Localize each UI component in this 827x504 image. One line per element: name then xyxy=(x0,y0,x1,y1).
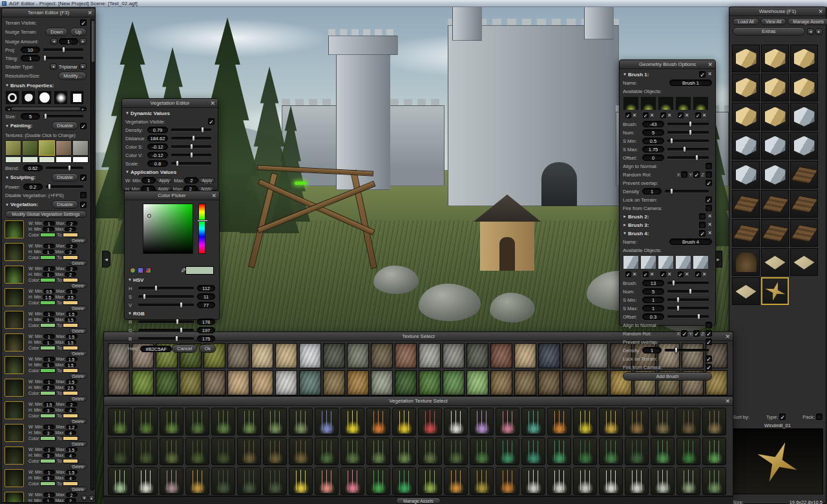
slider-handle[interactable] xyxy=(190,152,193,158)
brush-object-thumb[interactable] xyxy=(675,96,691,110)
fire-checkbox[interactable] xyxy=(706,205,712,211)
color-from-swatch[interactable] xyxy=(40,300,56,305)
paint-light-swatch[interactable] xyxy=(5,156,21,163)
palette-mix-icon[interactable] xyxy=(145,268,151,273)
paint-light-swatch[interactable] xyxy=(22,156,38,163)
vegetation-tile[interactable] xyxy=(211,437,235,465)
include-checkbox[interactable]: ✓ xyxy=(660,271,666,277)
texture-tile[interactable] xyxy=(443,370,465,395)
blend-slider[interactable] xyxy=(46,167,83,169)
delete-button[interactable]: Delete xyxy=(69,328,87,333)
texture-tile[interactable] xyxy=(490,370,512,395)
value-field[interactable]: 5 xyxy=(642,288,664,295)
slider[interactable] xyxy=(171,129,211,131)
slider-handle[interactable] xyxy=(68,165,71,171)
texture-tile[interactable] xyxy=(395,343,417,368)
vegetation-tile[interactable] xyxy=(340,467,364,495)
warehouse-item[interactable] xyxy=(732,74,760,101)
warehouse-item[interactable] xyxy=(790,190,818,218)
vegetation-tile[interactable] xyxy=(263,437,287,465)
slider-handle[interactable] xyxy=(176,319,179,325)
slider-handle[interactable] xyxy=(683,146,686,152)
value-field[interactable]: 1 xyxy=(43,272,54,277)
texture-tile[interactable] xyxy=(323,370,345,395)
vegetation-tile[interactable] xyxy=(418,467,442,495)
delete-button[interactable]: Delete xyxy=(69,238,87,243)
vegetation-tile[interactable] xyxy=(547,437,571,465)
value-field[interactable]: 178 xyxy=(197,319,215,325)
paint-light-swatch[interactable] xyxy=(39,156,55,163)
include-checkbox[interactable]: ✓ xyxy=(678,112,684,118)
increment-arrow[interactable]: ► xyxy=(79,38,87,45)
value-field[interactable]: 0 xyxy=(642,154,664,161)
painting-checkbox[interactable]: ✓ xyxy=(80,123,87,129)
slider[interactable] xyxy=(138,320,194,323)
color-from-swatch[interactable] xyxy=(40,436,56,441)
texture-tile[interactable] xyxy=(419,343,441,368)
slider-handle[interactable] xyxy=(697,313,700,320)
slider-handle[interactable] xyxy=(180,327,183,333)
value-field[interactable]: 2 xyxy=(65,272,76,277)
vegetation-checkbox[interactable]: ✓ xyxy=(80,202,87,208)
exclude-button[interactable]: ✕ xyxy=(650,271,654,278)
slider-handle[interactable] xyxy=(192,135,195,142)
texture-tile[interactable] xyxy=(347,370,369,395)
painting-disable-button[interactable]: Disable xyxy=(52,121,78,130)
value-field[interactable]: 1.5 xyxy=(66,334,78,339)
value-field[interactable]: 1 xyxy=(642,297,664,303)
texture-tile[interactable] xyxy=(108,370,130,395)
color-from-swatch[interactable] xyxy=(40,278,56,282)
value-field[interactable]: 3 xyxy=(43,453,54,457)
texture-tile[interactable] xyxy=(275,343,297,368)
brush-shape-disc[interactable] xyxy=(37,90,52,105)
palette-gradient-icon[interactable] xyxy=(138,268,143,273)
warehouse-titlebar[interactable]: Warehouse (F1) ✕ xyxy=(729,7,826,16)
slider-handle[interactable] xyxy=(689,121,692,127)
texture-tile[interactable] xyxy=(251,343,273,368)
vegetation-tile[interactable] xyxy=(702,408,726,436)
value-field[interactable]: Brush 4 xyxy=(669,238,712,245)
extras-next-arrow[interactable]: ► xyxy=(815,28,822,35)
slider-handle[interactable] xyxy=(44,113,47,120)
color-from-swatch[interactable] xyxy=(40,255,56,260)
texture-tile[interactable] xyxy=(371,370,393,395)
slider[interactable] xyxy=(171,145,211,148)
slider[interactable] xyxy=(667,123,709,125)
value-field[interactable]: 1 xyxy=(43,221,55,226)
vegetation-thumbnail[interactable] xyxy=(5,333,24,352)
color-from-swatch[interactable] xyxy=(40,459,56,463)
hex-field[interactable]: #B2C5AF xyxy=(140,346,172,352)
value-field[interactable]: 197 xyxy=(197,327,215,333)
warehouse-item[interactable] xyxy=(732,277,760,305)
value-field[interactable]: 1 xyxy=(43,340,54,344)
scroll-thumb[interactable] xyxy=(12,107,80,110)
proj-slider[interactable] xyxy=(43,48,83,51)
vegetation-thumbnail[interactable] xyxy=(5,424,24,442)
slider[interactable] xyxy=(171,162,211,165)
color-to-swatch[interactable] xyxy=(63,233,78,237)
vegetation-tile[interactable] xyxy=(496,408,519,436)
vegetation-tile[interactable] xyxy=(625,437,649,465)
vegetation-tile[interactable] xyxy=(418,408,442,436)
vegetation-tile[interactable] xyxy=(418,437,442,465)
texture-tile[interactable] xyxy=(538,343,560,368)
panel-nav-left-arrow[interactable]: ◄ xyxy=(102,251,110,268)
vegetation-thumbnail[interactable] xyxy=(5,469,24,487)
texture-tile[interactable] xyxy=(538,370,560,395)
warehouse-item[interactable] xyxy=(790,161,818,189)
terrain-editor-titlebar[interactable]: Terrain Editor (F3) ✕ xyxy=(2,8,95,17)
section-expand-icon[interactable]: ▼ xyxy=(5,203,9,207)
value-field[interactable]: 0.3 xyxy=(642,313,664,320)
brush2-expand-icon[interactable]: ► xyxy=(623,215,627,218)
scroll-right-icon[interactable]: ► xyxy=(81,107,85,111)
delete-button[interactable]: Delete xyxy=(69,396,87,401)
scroll-thumb[interactable] xyxy=(92,21,94,62)
slider-handle[interactable] xyxy=(176,160,179,167)
sculpting-disable-button[interactable]: Disable xyxy=(52,173,78,182)
texture-tile[interactable] xyxy=(586,343,608,368)
slider[interactable] xyxy=(665,349,709,352)
vegetation-tile[interactable] xyxy=(185,467,209,495)
value-field[interactable]: 1.5 xyxy=(66,379,78,384)
exclude-button[interactable]: ✕ xyxy=(685,112,689,119)
include-checkbox[interactable]: ✓ xyxy=(695,112,701,118)
